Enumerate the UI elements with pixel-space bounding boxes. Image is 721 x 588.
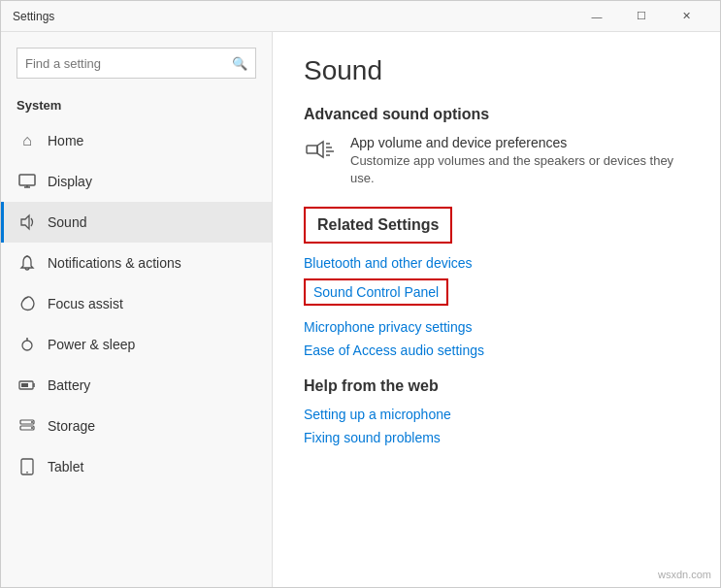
bluetooth-link[interactable]: Bluetooth and other devices [304,251,689,275]
search-input[interactable] [25,56,232,71]
related-settings-title: Related Settings [317,216,439,234]
sidebar-label-storage: Storage [48,418,95,434]
related-settings-box: Related Settings [304,207,452,244]
svg-point-13 [31,421,33,423]
svg-rect-0 [19,175,35,185]
sidebar-item-home[interactable]: ⌂ Home [1,120,272,161]
svg-marker-3 [21,215,29,229]
sidebar-item-sound[interactable]: Sound [1,202,272,243]
sidebar-header: 🔍 [1,32,272,94]
related-settings-section: Related Settings Bluetooth and other dev… [304,207,689,362]
sidebar-label-sound: Sound [48,214,86,230]
sidebar-item-focus[interactable]: Focus assist [1,283,272,324]
display-icon [16,171,38,192]
sound-icon [16,212,38,233]
sidebar-item-display[interactable]: Display [1,161,272,202]
related-settings-links: Bluetooth and other devices Sound Contro… [304,251,689,362]
sidebar-label-display: Display [48,174,92,189]
app-volume-icon [304,135,339,170]
sidebar-label-battery: Battery [48,377,90,393]
sidebar-label-notifications: Notifications & actions [48,255,181,271]
sidebar-item-power[interactable]: Power & sleep [1,324,272,365]
ease-of-access-link[interactable]: Ease of Access audio settings [304,339,689,362]
microphone-link[interactable]: Microphone privacy settings [304,315,689,339]
svg-point-5 [22,341,32,350]
main-content: Sound Advanced sound options [273,32,720,587]
focus-icon [16,293,38,314]
svg-rect-10 [21,383,28,387]
content-area: 🔍 System ⌂ Home Display Sound [1,32,720,587]
sidebar-label-home: Home [48,133,83,148]
svg-point-14 [31,427,33,429]
search-box[interactable]: 🔍 [16,48,256,79]
app-volume-row: App volume and device preferences Custom… [304,135,689,187]
svg-marker-18 [317,142,323,157]
minimize-button[interactable]: — [574,1,619,32]
help-section: Help from the web Setting up a microphon… [304,377,689,449]
notifications-icon [16,252,38,274]
sidebar-item-battery[interactable]: Battery [1,365,272,406]
sidebar-item-notifications[interactable]: Notifications & actions [1,243,272,283]
sidebar: 🔍 System ⌂ Home Display Sound [1,32,273,587]
sidebar-item-storage[interactable]: Storage [1,406,272,446]
sound-control-panel-link[interactable]: Sound Control Panel [304,278,448,306]
power-icon [16,334,38,355]
storage-icon [16,415,38,437]
sidebar-item-tablet[interactable]: Tablet [1,446,272,487]
settings-window: Settings — ☐ ✕ 🔍 System ⌂ Home [0,0,721,588]
close-button[interactable]: ✕ [664,1,708,32]
search-icon: 🔍 [232,56,247,71]
sidebar-label-tablet: Tablet [48,459,83,474]
watermark: wsxdn.com [658,569,711,580]
app-volume-text: App volume and device preferences Custom… [350,135,689,187]
app-volume-desc: Customize app volumes and the speakers o… [350,152,689,187]
sound-control-panel-wrapper: Sound Control Panel [304,278,689,311]
advanced-sound-title: Advanced sound options [304,106,689,123]
maximize-button[interactable]: ☐ [619,1,664,32]
sidebar-section-label: System [1,94,272,120]
help-section-title: Help from the web [304,377,689,395]
home-icon: ⌂ [16,130,38,151]
battery-icon [16,375,38,396]
advanced-sound-section: Advanced sound options App vol [304,106,689,187]
sidebar-label-focus: Focus assist [48,296,123,311]
svg-rect-17 [307,146,317,153]
title-bar: Settings — ☐ ✕ [1,1,720,32]
title-bar-controls: — ☐ ✕ [574,1,708,32]
setup-mic-link[interactable]: Setting up a microphone [304,403,689,426]
title-bar-text: Settings [13,10,574,23]
page-title: Sound [304,55,689,86]
tablet-icon [16,456,38,477]
sidebar-label-power: Power & sleep [48,337,135,352]
app-volume-title: App volume and device preferences [350,135,689,150]
fix-sound-link[interactable]: Fixing sound problems [304,426,689,449]
